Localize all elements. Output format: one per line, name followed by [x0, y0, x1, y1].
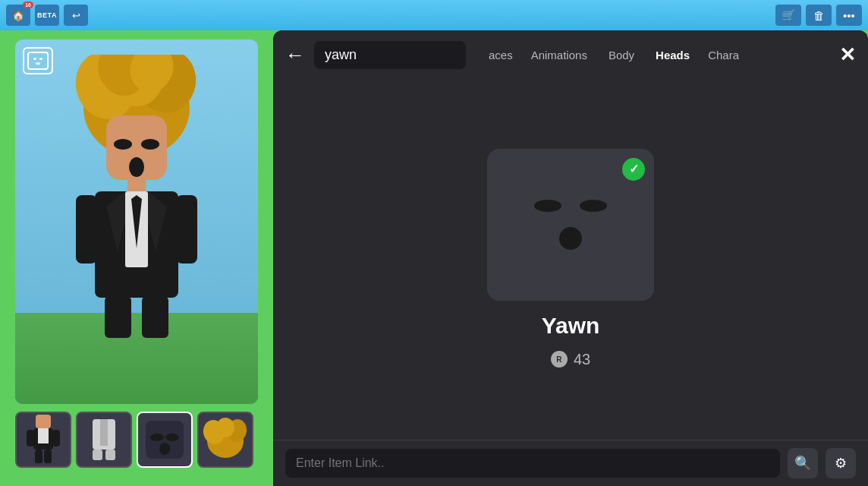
item-link-input[interactable]	[285, 449, 780, 478]
thumb-face-svg	[142, 417, 187, 462]
more-button[interactable]: •••	[836, 5, 862, 26]
search-input[interactable]	[314, 41, 466, 69]
svg-rect-29	[93, 450, 102, 460]
preview-eye-left	[33, 58, 36, 60]
face-outline-icon	[27, 52, 49, 70]
item-price: R 43	[551, 351, 590, 368]
item-name: Yawn	[542, 313, 600, 339]
svg-point-33	[165, 434, 179, 441]
camera-overlay[interactable]	[23, 47, 53, 74]
thumb-hair-svg	[203, 417, 248, 462]
item-display: ✓ Yawn R 43	[273, 77, 868, 440]
svg-rect-20	[36, 415, 51, 428]
preview-mouth	[36, 62, 40, 65]
item-eye-right	[580, 200, 607, 212]
item-card: ✓	[487, 149, 654, 301]
item-eye-left	[534, 200, 561, 212]
svg-rect-28	[100, 419, 108, 446]
thumbnail-torso[interactable]	[76, 412, 132, 468]
svg-point-8	[141, 139, 159, 150]
thumbnail-hair[interactable]	[197, 412, 253, 468]
beta-badge-btn[interactable]: BETA	[35, 5, 59, 26]
thumbnail-face[interactable]	[137, 412, 193, 468]
notification-badge: 16	[23, 2, 33, 8]
tab-faces-partial[interactable]: aces	[481, 43, 520, 68]
top-bar-right: 🛒 🗑 •••	[775, 5, 862, 26]
svg-rect-19	[142, 296, 168, 338]
trash-button[interactable]: 🗑	[806, 5, 832, 26]
svg-point-38	[216, 418, 234, 437]
main-content: ← aces Animations Body Heads Chara ✕ ✓	[0, 30, 868, 486]
settings-button[interactable]: ⚙	[826, 448, 856, 478]
back-button[interactable]: ←	[285, 43, 305, 67]
thumb-torso-svg	[85, 413, 123, 466]
price-value: 43	[574, 351, 590, 368]
tab-heads[interactable]: Heads	[645, 43, 700, 68]
left-panel	[0, 30, 273, 486]
svg-rect-24	[52, 430, 60, 447]
preview-eye-right	[39, 58, 42, 60]
svg-rect-16	[76, 195, 97, 264]
svg-point-7	[114, 139, 132, 150]
item-face-graphic	[534, 200, 607, 250]
thumbnail-full-char[interactable]	[15, 412, 71, 468]
character-svg	[61, 55, 212, 343]
preview-eyes	[33, 58, 42, 60]
avatar-preview	[15, 39, 258, 404]
tab-animations[interactable]: Animations	[520, 43, 598, 68]
svg-rect-23	[27, 430, 34, 447]
bottom-bar: 🔍 ⚙	[273, 440, 868, 486]
zoom-button[interactable]: 🔍	[788, 448, 818, 478]
item-mouth	[559, 227, 582, 250]
svg-point-34	[159, 443, 170, 455]
thumb-full-char-svg	[24, 413, 62, 466]
svg-rect-25	[35, 450, 42, 463]
close-button[interactable]: ✕	[839, 43, 856, 67]
beta-label: BETA	[37, 11, 57, 19]
settings-icon: ⚙	[835, 455, 847, 472]
selected-checkmark: ✓	[622, 158, 645, 181]
cart-button[interactable]: 🛒	[775, 5, 801, 26]
top-bar: 🏠 16 BETA ↩ 🛒 🗑 •••	[0, 0, 868, 30]
svg-rect-30	[105, 450, 115, 460]
svg-point-9	[129, 157, 144, 177]
back-history-icon: ↩	[72, 10, 80, 21]
svg-rect-26	[44, 450, 52, 463]
home-icon-btn[interactable]: 🏠 16	[6, 5, 30, 26]
robux-icon: R	[551, 351, 568, 368]
svg-rect-18	[105, 296, 131, 338]
top-bar-left: 🏠 16 BETA ↩	[6, 5, 88, 26]
right-panel: ← aces Animations Body Heads Chara ✕ ✓	[273, 30, 868, 486]
trash-icon: 🗑	[813, 9, 825, 22]
more-icon: •••	[843, 9, 855, 22]
svg-rect-22	[38, 428, 49, 443]
item-eyes	[534, 200, 607, 212]
svg-rect-17	[176, 195, 197, 264]
cart-icon: 🛒	[782, 8, 796, 22]
nav-tabs: aces Animations Body Heads Chara	[481, 43, 830, 68]
thumbnail-strip	[15, 412, 258, 468]
tab-body[interactable]: Body	[598, 43, 645, 68]
back-history-btn[interactable]: ↩	[64, 5, 88, 26]
svg-point-32	[150, 434, 164, 441]
home-icon: 🏠	[12, 10, 24, 21]
tab-characters-partial[interactable]: Chara	[700, 43, 747, 68]
search-nav-bar: ← aces Animations Body Heads Chara ✕	[273, 30, 868, 77]
zoom-icon: 🔍	[794, 455, 811, 472]
